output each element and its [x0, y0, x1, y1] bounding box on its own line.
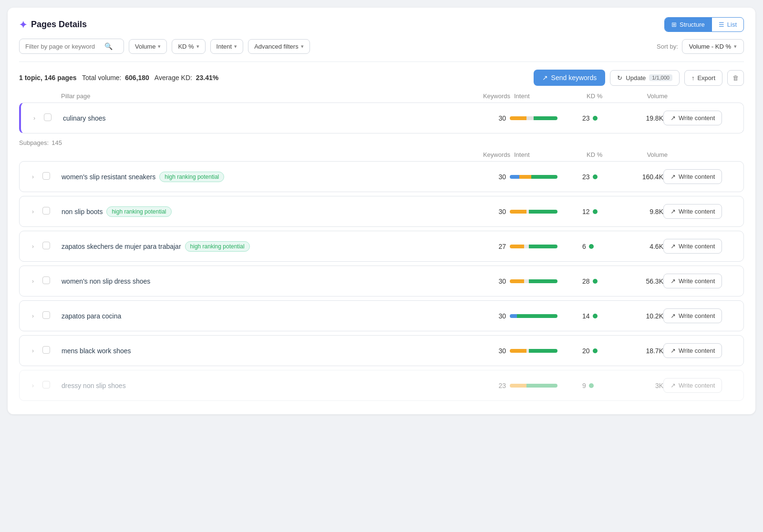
list-icon: ☰	[719, 21, 724, 28]
row-intent-bar	[510, 349, 557, 353]
list-view-button[interactable]: ☰ List	[712, 18, 743, 31]
delete-button[interactable]: 🗑	[727, 70, 744, 86]
pillar-write-content-button[interactable]: ↗ Write content	[663, 111, 722, 125]
write-icon: ↗	[670, 208, 676, 215]
row-checkbox[interactable]	[42, 311, 50, 319]
row-intent-bar	[510, 245, 557, 248]
row-kd-cell: 20	[582, 347, 620, 355]
view-toggle: ⊞ Structure ☰ List	[664, 17, 744, 32]
pillar-page-name: culinary shoes	[63, 114, 458, 122]
expand-icon[interactable]: ›	[23, 174, 42, 180]
write-content-button[interactable]: ↗ Write content	[663, 239, 722, 254]
search-icon: 🔍	[104, 42, 113, 50]
row-page-name: women's slip resistant sneakershigh rank…	[62, 172, 458, 182]
kd-dot	[593, 314, 598, 318]
subpage-row: › zapatos para cocina 30 14 10.2K ↗ Writ…	[19, 300, 744, 331]
row-checkbox[interactable]	[42, 276, 50, 284]
intent-filter-button[interactable]: Intent ▾	[210, 39, 244, 54]
expand-icon[interactable]: ›	[23, 278, 42, 285]
row-intent-bar	[510, 314, 557, 318]
row-page-name: zapatos para cocina	[62, 312, 458, 320]
actions-group: ↗ Send keywords ↻ Update 1/1,000 ↑ Expor…	[534, 70, 744, 86]
kd-dot	[593, 174, 598, 179]
subpage-row: › women's slip resistant sneakershigh ra…	[19, 161, 744, 192]
filters-row: 🔍 Volume ▾ KD % ▾ Intent ▾ Advanced filt…	[19, 39, 744, 54]
row-checkbox[interactable]	[42, 207, 50, 215]
write-content-button[interactable]: ↗ Write content	[663, 308, 722, 323]
kd-dot	[589, 244, 594, 249]
expand-icon[interactable]: ›	[25, 115, 44, 122]
kd-filter-button[interactable]: KD % ▾	[172, 39, 205, 54]
search-input[interactable]	[25, 43, 102, 50]
export-button[interactable]: ↑ Export	[684, 70, 722, 86]
write-content-button[interactable]: ↗ Write content	[663, 378, 722, 393]
search-box[interactable]: 🔍	[19, 39, 124, 54]
row-keywords: 30	[458, 208, 506, 215]
chevron-down-icon: ▾	[196, 43, 199, 50]
kd-dot	[593, 279, 598, 284]
structure-view-button[interactable]: ⊞ Structure	[665, 18, 712, 31]
send-keywords-button[interactable]: ↗ Send keywords	[534, 70, 606, 86]
row-kd-cell: 9	[582, 382, 620, 389]
row-kd-cell: 28	[582, 277, 620, 285]
row-volume: 160.4K	[620, 173, 663, 181]
subpage-row: › dressy non slip shoes 23 9 3K ↗ Write …	[19, 370, 744, 401]
write-content-button[interactable]: ↗ Write content	[663, 169, 722, 184]
send-icon: ↗	[542, 74, 548, 82]
write-content-button[interactable]: ↗ Write content	[663, 204, 722, 219]
sort-select[interactable]: Volume - KD % ▾	[682, 39, 744, 54]
subpage-row: › zapatos skechers de mujer para trabaja…	[19, 231, 744, 262]
write-icon: ↗	[670, 114, 676, 122]
update-button[interactable]: ↻ Update 1/1,000	[610, 70, 680, 86]
subpage-row: › mens black work shoes 30 20 18.7K ↗ Wr…	[19, 335, 744, 366]
advanced-filters-button[interactable]: Advanced filters ▾	[248, 39, 310, 54]
expand-icon[interactable]: ›	[23, 348, 42, 354]
row-keywords: 30	[458, 312, 506, 320]
row-kd-cell: 12	[582, 208, 620, 215]
pillar-intent-bar	[510, 116, 557, 120]
row-volume: 3K	[620, 382, 663, 389]
row-intent-bar	[510, 384, 557, 388]
expand-icon[interactable]: ›	[23, 313, 42, 319]
row-keywords: 30	[458, 347, 506, 355]
divider	[19, 61, 744, 62]
row-keywords: 23	[458, 382, 506, 389]
expand-icon[interactable]: ›	[23, 382, 42, 389]
write-content-button[interactable]: ↗ Write content	[663, 343, 722, 358]
kd-dot	[589, 383, 594, 388]
write-icon: ↗	[670, 382, 676, 389]
subpages-label: Subpages: 145	[19, 135, 744, 148]
row-checkbox[interactable]	[42, 242, 50, 249]
pillar-keywords: 30	[458, 114, 506, 122]
write-icon: ↗	[670, 312, 676, 319]
row-volume: 9.8K	[620, 208, 663, 215]
structure-icon: ⊞	[671, 21, 677, 28]
row-keywords: 30	[458, 277, 506, 285]
row-checkbox[interactable]	[42, 381, 50, 389]
subpage-rows: › women's slip resistant sneakershigh ra…	[19, 161, 744, 401]
sparkle-icon: ✦	[19, 19, 27, 31]
row-checkbox[interactable]	[42, 346, 50, 354]
expand-icon[interactable]: ›	[23, 208, 42, 215]
write-icon: ↗	[670, 347, 676, 354]
write-content-button[interactable]: ↗ Write content	[663, 274, 722, 288]
row-keywords: 27	[458, 243, 506, 250]
pillar-volume: 19.8K	[620, 114, 663, 122]
row-checkbox[interactable]	[42, 172, 50, 180]
high-ranking-badge: high ranking potential	[159, 172, 224, 182]
pillar-kd-cell: 23	[582, 114, 620, 122]
stats-text: 1 topic, 146 pages Total volume: 606,180…	[19, 74, 218, 82]
chevron-down-icon: ▾	[301, 43, 304, 50]
row-volume: 56.3K	[620, 277, 663, 285]
kd-dot	[593, 116, 598, 121]
pillar-row: › culinary shoes 30 23 19.8K ↗ Write con…	[19, 102, 744, 133]
row-page-name: mens black work shoes	[62, 347, 458, 355]
expand-icon[interactable]: ›	[23, 243, 42, 250]
pillar-checkbox[interactable]	[44, 113, 52, 121]
row-kd-cell: 6	[582, 243, 620, 250]
trash-icon: 🗑	[732, 74, 739, 82]
high-ranking-badge: high ranking potential	[185, 241, 250, 252]
volume-filter-button[interactable]: Volume ▾	[129, 39, 167, 54]
row-volume: 10.2K	[620, 312, 663, 320]
chevron-down-icon: ▾	[234, 43, 237, 50]
